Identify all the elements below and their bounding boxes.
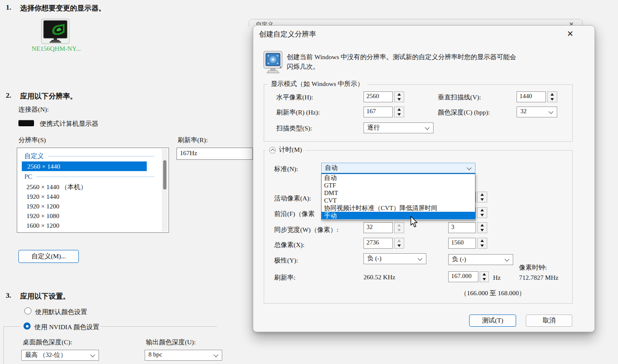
resolution-item[interactable]: 1600 × 1200 [17, 221, 163, 230]
resolution-item[interactable]: 1920 × 1200 [17, 201, 163, 211]
output-depth-label: 输出颜色深度(U): [146, 338, 196, 347]
test-button[interactable]: 测试(T) [469, 315, 516, 327]
spin-up-button[interactable] [395, 238, 404, 243]
spin-up-button[interactable] [480, 272, 488, 277]
spin-down-button[interactable] [395, 243, 404, 248]
h-pixels-input[interactable]: 2560 [364, 91, 393, 102]
polarity-h-select[interactable]: 负 (-) [364, 253, 426, 264]
resolution-item[interactable]: 2560 × 1440 [22, 161, 147, 171]
spin-up-button[interactable] [395, 107, 404, 112]
scan-type-value: 逐行 [367, 124, 380, 131]
dropdown-option[interactable]: CVT [322, 197, 475, 204]
h-pixels-spinner[interactable]: 2560 [364, 91, 404, 102]
dialog-close-icon[interactable]: ✕ [567, 29, 574, 38]
refresh-hz-label: 刷新率(R) (Hz): [276, 108, 320, 117]
dropdown-option[interactable]: GTF [322, 182, 475, 189]
spin-up-button[interactable] [478, 208, 487, 213]
sync-width-v-input[interactable]: 3 [448, 222, 476, 233]
front-porch-label: 前沿(F)（像素 [274, 210, 314, 218]
spin-down-button[interactable] [478, 197, 487, 202]
radio-default-color[interactable] [24, 307, 31, 315]
nvidia-control-panel: 1. 选择你想要变更的显示器。 NE156QHM-NY... 2. 应用以下分辨… [0, 0, 618, 364]
crt-monitor-icon [263, 51, 283, 74]
spin-down-button[interactable] [480, 277, 488, 282]
scrollbar-thumb[interactable] [163, 160, 166, 190]
resolution-item[interactable]: 1920 × 1080 [17, 211, 163, 221]
connector-icon [18, 120, 34, 126]
customize-button[interactable]: 自定义(M)... [18, 250, 79, 263]
resolution-item[interactable]: 2560 × 1440 （本机） [17, 182, 163, 192]
spin-down-button[interactable] [395, 112, 404, 117]
total-pixels-h-input[interactable]: 2736 [364, 238, 393, 249]
timing-legend: 计时(M) [279, 146, 302, 154]
timing-refresh-range: （166.000 至 168.000） [460, 289, 525, 298]
color-depth-select[interactable]: 32 [517, 107, 557, 117]
dropdown-option[interactable]: 自动 [322, 174, 475, 182]
dialog-description: 创建当前 Windows 中没有的分辨率。测试新的自定义分辨率时您的显示器可能会… [287, 52, 564, 71]
dropdown-option[interactable]: DMT [322, 189, 475, 197]
desktop-depth-value: 最高 （32-位） [25, 351, 67, 358]
nvidia-monitor-icon [41, 18, 70, 44]
spin-down-button[interactable] [478, 213, 487, 218]
refresh-rate-box[interactable]: 167Hz [177, 148, 253, 160]
dropdown-option[interactable]: 协同视频计时标准（CVT）降低清屏时间 [322, 204, 475, 212]
cancel-button[interactable]: 取消 [526, 315, 572, 327]
chevron-up-icon [270, 148, 275, 153]
timing-refresh-spinner[interactable]: 167.000 [448, 271, 489, 282]
total-pixels-v-spinner[interactable]: 1560 [448, 238, 487, 249]
collapse-button[interactable] [269, 147, 276, 153]
desktop-depth-select[interactable]: 最高 （32-位） [21, 350, 99, 361]
spin-up-button[interactable] [478, 192, 487, 197]
spin-up-button[interactable] [478, 238, 487, 243]
spin-down-button[interactable] [548, 97, 557, 102]
standard-select[interactable]: 自动 [321, 163, 475, 173]
total-pixels-h-spinner[interactable]: 2736 [364, 238, 404, 249]
h-pixels-label: 水平像素(H): [276, 93, 313, 102]
timing-refresh-khz: 260.52 KHz [364, 273, 395, 281]
display-monitor-icon[interactable] [41, 18, 70, 44]
resolution-item[interactable]: 1920 × 1440 [17, 192, 163, 201]
radio-nvidia-color[interactable] [23, 322, 31, 330]
spin-up-button[interactable] [395, 92, 404, 97]
step2-number: 2. [6, 91, 11, 100]
refresh-hz-input[interactable]: 167 [364, 107, 393, 117]
color-depth-value: 32 [520, 108, 527, 114]
scan-type-select[interactable]: 逐行 [364, 122, 434, 133]
timing-refresh-input[interactable]: 167.000 [448, 271, 478, 282]
groupbox-line [3, 326, 20, 327]
radio-nvidia-color-label: 使用 NVIDIA 颜色设置 [34, 323, 99, 332]
sync-width-h-spinner[interactable]: 32 [364, 222, 404, 233]
chevron-down-icon [418, 256, 422, 260]
step1-number: 1. [6, 3, 11, 12]
refresh-hz-spinner[interactable]: 167 [364, 107, 404, 117]
chevron-down-icon [90, 352, 95, 357]
chevron-down-icon [504, 257, 509, 261]
groupbox-line [101, 326, 217, 327]
resolution-list[interactable]: 自定义2560 × 1440PC2560 × 1440 （本机）1920 × 1… [17, 148, 169, 233]
output-depth-select[interactable]: 8 bpc [145, 350, 222, 361]
sync-width-h-input[interactable]: 32 [364, 222, 393, 233]
standard-value: 自动 [325, 164, 338, 171]
polarity-v-select[interactable]: 负 (-) [448, 254, 513, 265]
step3-number: 3. [6, 291, 11, 300]
step3-title: 应用以下设置。 [20, 291, 70, 301]
sync-width-v-spinner[interactable]: 3 [448, 222, 487, 233]
spin-down-button[interactable] [478, 243, 487, 248]
spin-up-button[interactable] [548, 92, 557, 97]
spin-down-button[interactable] [478, 228, 487, 233]
dialog-title: 创建自定义分辨率 [259, 29, 316, 39]
resolution-list-label: 分辨率(S) [18, 136, 46, 145]
timing-refresh-label: 刷新率: [274, 273, 296, 282]
resolution-list-scrollbar[interactable] [162, 149, 168, 231]
dropdown-option[interactable]: 手动 [322, 212, 475, 219]
spin-down-button[interactable] [395, 97, 404, 102]
v-lines-spinner[interactable]: 1440 [517, 91, 557, 102]
v-lines-input[interactable]: 1440 [517, 91, 546, 102]
standard-dropdown-list[interactable]: 自动GTFDMTCVT协同视频计时标准（CVT）降低清屏时间手动 [321, 173, 475, 220]
total-pixels-v-input[interactable]: 1560 [448, 238, 476, 249]
groupbox-line [3, 326, 4, 364]
spin-up-button[interactable] [395, 223, 404, 228]
radio-default-color-label: 使用默认颜色设置 [35, 308, 87, 317]
spin-down-button[interactable] [395, 228, 404, 233]
spin-up-button[interactable] [478, 223, 487, 228]
